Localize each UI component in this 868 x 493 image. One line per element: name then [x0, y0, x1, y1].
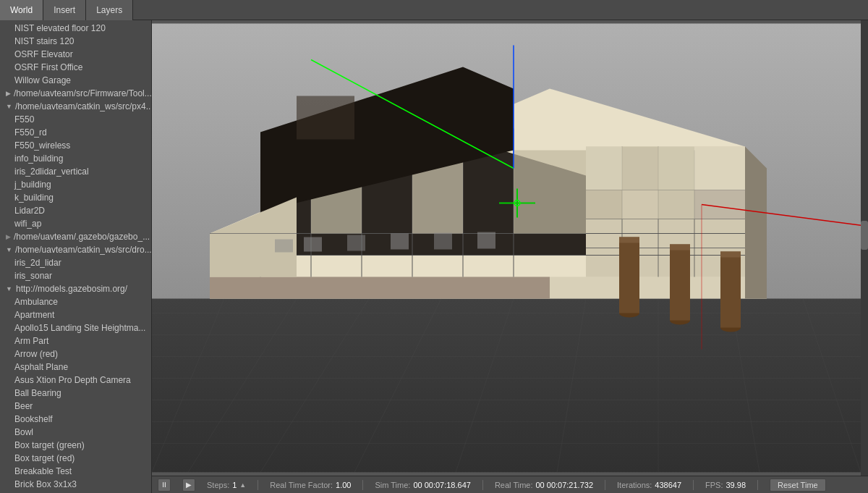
svg-rect-55 — [619, 237, 639, 243]
tree-item[interactable]: Box target (red) — [0, 452, 151, 465]
real-time-value: 00 00:07:21.732 — [535, 481, 593, 489]
real-time-label: Real Time: — [495, 481, 533, 489]
status-sep1 — [258, 480, 258, 490]
tree-item-label: Apollo15 Landing Site Heightma... — [14, 323, 145, 333]
tree-item[interactable]: Box target (green) — [0, 439, 151, 452]
scrollbar-thumb[interactable] — [861, 221, 868, 250]
tree-item-label: Arrow (red) — [14, 349, 58, 359]
tree-item[interactable]: ▶/home/uavteam/src/Firmware/Tool... — [0, 87, 151, 100]
tree-item-label: Willow Garage — [14, 75, 71, 85]
tree-item[interactable]: F550 — [0, 113, 151, 126]
steps-item: Steps: 1 ▲ — [207, 481, 246, 489]
sim-time-item: Sim Time: 00 00:07:18.647 — [375, 481, 470, 489]
svg-rect-72 — [391, 234, 409, 250]
tree-item-label: iris_2dlidar_vertical — [14, 167, 89, 177]
svg-marker-1 — [152, 299, 868, 473]
fps-label: FPS: — [705, 481, 723, 489]
tree-item-label: j_building — [14, 180, 51, 190]
svg-rect-73 — [434, 233, 452, 250]
tree-item[interactable]: Ball Bearing — [0, 387, 151, 400]
tree-item[interactable]: ▼/home/uavteam/catkin_ws/src/dro... — [0, 243, 151, 256]
tree-item-label: Box target (green) — [14, 440, 85, 450]
svg-rect-60 — [720, 252, 741, 328]
tree-item-label: Box target (red) — [14, 453, 75, 463]
reset-time-button[interactable]: Reset Time — [770, 479, 826, 492]
tree-item[interactable]: Asus Xtion Pro Depth Camera — [0, 374, 151, 387]
iterations-value: 438647 — [655, 481, 681, 489]
status-bar: ⏸ ▶ Steps: 1 ▲ Real Time Factor: 1.00 Si… — [152, 476, 868, 493]
viewport[interactable]: ↖ ✛ ↻ ⤡ # ↩ ↪ ▣ ○ ⊡ ✦ ✧ ☀ — [152, 20, 868, 493]
tree-item[interactable]: F550_wireless — [0, 139, 151, 152]
tree-item-label: F550_rd — [14, 127, 47, 138]
steps-label: Steps: — [207, 481, 229, 489]
tree-item[interactable]: Arrow (red) — [0, 347, 151, 361]
svg-rect-46 — [622, 190, 658, 219]
tab-insert[interactable]: Insert — [43, 0, 86, 20]
tree-item-label: Bookshelf — [14, 414, 53, 424]
status-sep5 — [693, 480, 694, 490]
tree-item[interactable]: OSRF Elevator — [0, 48, 151, 61]
tree-item[interactable]: ▶/home/uavteam/.gazebo/gazebo_... — [0, 230, 151, 243]
tree-item-label: /home/uavteam/catkin_ws/src/px4... — [15, 101, 151, 111]
svg-rect-70 — [304, 237, 322, 252]
tree-item[interactable]: NIST stairs 120 — [0, 35, 151, 48]
tree-item[interactable]: Breakable Test — [0, 465, 151, 478]
tree-item[interactable]: Bowl — [0, 426, 151, 439]
iterations-item: Iterations: 438647 — [617, 481, 681, 489]
left-panel: NIST elevated floor 120NIST stairs 120OS… — [0, 20, 152, 493]
tree-item[interactable]: iris_sonar — [0, 269, 151, 282]
tree-item[interactable]: Apollo15 Landing Site Heightma... — [0, 321, 151, 334]
svg-rect-42 — [622, 147, 658, 190]
tree-item[interactable]: Apartment — [0, 308, 151, 321]
svg-rect-71 — [347, 235, 365, 251]
tree-item[interactable]: Arm Part — [0, 334, 151, 347]
steps-arrow[interactable]: ▲ — [239, 481, 246, 489]
svg-rect-43 — [658, 147, 694, 190]
tree-item-label: iris_sonar — [14, 271, 52, 281]
status-sep6 — [757, 480, 758, 490]
svg-marker-23 — [745, 147, 767, 299]
tree-item[interactable]: Brick Box 3x1x3 — [0, 478, 151, 491]
tree-item-label: Beer — [14, 401, 33, 411]
status-sep2 — [362, 480, 363, 490]
tree-item[interactable]: ▼/home/uavteam/catkin_ws/src/px4... — [0, 100, 151, 113]
tree-item[interactable]: info_building — [0, 152, 151, 165]
tree-item[interactable]: NIST elevated floor 120 — [0, 22, 151, 35]
tree-item-label: info_building — [14, 153, 63, 164]
tree-item-label: Arm Part — [14, 336, 48, 346]
tree-item-label: NIST elevated floor 120 — [14, 23, 106, 33]
viewport-scrollbar[interactable] — [861, 20, 868, 476]
tree-item[interactable]: wifi_ap — [0, 217, 151, 230]
tree-item-label: /home/uavteam/src/Firmware/Tool... — [14, 88, 151, 98]
tree-item[interactable]: F550_rd — [0, 126, 151, 139]
tree-item-label: OSRF Elevator — [14, 49, 73, 59]
tree-item-label: Breakable Test — [14, 466, 72, 476]
svg-rect-34 — [514, 151, 586, 234]
svg-rect-41 — [586, 147, 622, 190]
tree-item-label: OSRF First Office — [14, 62, 82, 72]
3d-scene[interactable] — [152, 20, 868, 476]
tree-view[interactable]: NIST elevated floor 120NIST stairs 120OS… — [0, 20, 151, 493]
tree-item-label: iris_2d_lidar — [14, 258, 61, 268]
tree-item[interactable]: Lidar2D — [0, 204, 151, 217]
tree-item[interactable]: iris_2d_lidar — [0, 256, 151, 269]
tree-item[interactable]: Beer — [0, 400, 151, 413]
tree-item-label: http://models.gazebosim.org/ — [16, 284, 127, 294]
step-button[interactable]: ▶ — [182, 479, 195, 492]
tree-item-label: Apartment — [14, 310, 54, 320]
tree-item[interactable]: Willow Garage — [0, 74, 151, 87]
tree-item-label: Ball Bearing — [14, 388, 61, 398]
tree-item[interactable]: Bookshelf — [0, 413, 151, 426]
tree-item[interactable]: j_building — [0, 178, 151, 191]
rtf-label: Real Time Factor: — [270, 481, 333, 489]
pause-button[interactable]: ⏸ — [158, 479, 171, 492]
fps-item: FPS: 39.98 — [705, 481, 746, 489]
tree-item[interactable]: k_building — [0, 191, 151, 204]
tree-item[interactable]: OSRF First Office — [0, 61, 151, 74]
tree-item[interactable]: ▼http://models.gazebosim.org/ — [0, 282, 151, 295]
tab-world[interactable]: World — [0, 0, 43, 20]
tree-item[interactable]: iris_2dlidar_vertical — [0, 165, 151, 178]
tree-item[interactable]: Ambulance — [0, 295, 151, 308]
tree-item[interactable]: Asphalt Plane — [0, 361, 151, 374]
tab-layers[interactable]: Layers — [86, 0, 133, 20]
